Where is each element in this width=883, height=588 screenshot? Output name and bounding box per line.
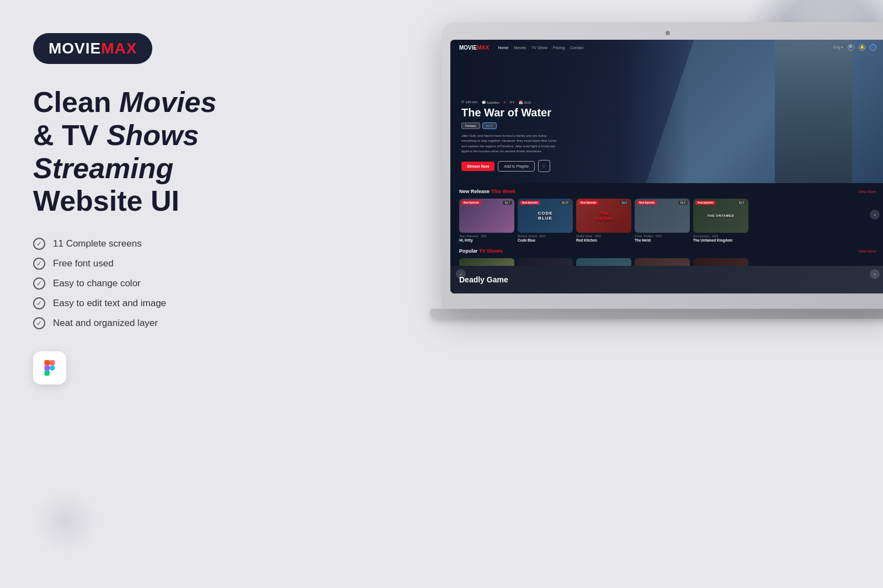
heart-button[interactable]: ♡ bbox=[538, 160, 550, 172]
nav-lang[interactable]: Eng ▾ bbox=[833, 45, 843, 50]
navbar: MOVIEMAX Home Movies TV Show Pricing Con… bbox=[450, 40, 883, 55]
feature-label: Free font used bbox=[53, 258, 114, 269]
feature-item: ✓ Easy to edit text and image bbox=[33, 297, 265, 309]
nav-link-contact[interactable]: Contact bbox=[570, 46, 583, 50]
hero-tags: Fantasy Sci-fi bbox=[461, 122, 561, 129]
card-genre: Teen, Romance · 2022 bbox=[459, 234, 514, 238]
left-panel: MOVIEMAX Clean Movies & TV Shows Streami… bbox=[33, 33, 265, 384]
nav-right: Eng ▾ 🔍 🔔 👤 bbox=[833, 44, 876, 51]
hero-tag-fantasy: Fantasy bbox=[461, 122, 480, 129]
deadly-game-title: Deadly Game bbox=[459, 275, 508, 284]
card-thumb: New Episode Ep 2 RedKitchen bbox=[576, 199, 631, 233]
popular-tv-view-more[interactable]: View More bbox=[858, 249, 876, 253]
check-icon: ✓ bbox=[33, 258, 45, 270]
new-episode-badge: New Episode bbox=[637, 201, 657, 205]
hero-section: MOVIEMAX Home Movies TV Show Pricing Con… bbox=[450, 40, 883, 183]
card-genre: Crime, Thrillers · 2023 bbox=[635, 234, 690, 238]
hero-year: 📅 2023 bbox=[519, 100, 531, 104]
carousel-next-button[interactable]: › bbox=[870, 210, 880, 220]
hero-buttons: Stream Now Add to Playlist ♡ bbox=[461, 160, 561, 172]
new-release-cards: New Episode Ep 7 Teen, Romance · 2022 Hi… bbox=[459, 199, 876, 244]
features-list: ✓ 11 Complete screens ✓ Free font used ✓… bbox=[33, 238, 265, 329]
check-icon: ✓ bbox=[33, 238, 45, 250]
carousel-prev-button[interactable]: ‹ bbox=[456, 269, 466, 279]
card-thumb: New Episode Ep 3 THE UNTAMED bbox=[693, 199, 748, 233]
svg-rect-2 bbox=[45, 365, 50, 370]
movie-card-code-blue[interactable]: New Episode Ep 10 CODEBLUE Medical, Dram… bbox=[518, 199, 573, 244]
popular-tv-highlight: TV Shows bbox=[479, 248, 503, 254]
svg-rect-1 bbox=[50, 360, 55, 365]
logo-max: MAX bbox=[101, 40, 137, 57]
hero-rating: 9.2 bbox=[510, 100, 514, 104]
movie-card-untamed-kingdom[interactable]: New Episode Ep 3 THE UNTAMED Documentary… bbox=[693, 199, 748, 244]
new-release-label: New Release bbox=[459, 189, 491, 194]
nav-link-tvshow[interactable]: TV Show bbox=[531, 46, 547, 50]
card-thumb: New Episode Ep 10 CODEBLUE bbox=[518, 199, 573, 233]
movie-card-red-kitchen[interactable]: New Episode Ep 2 RedKitchen Reality Show… bbox=[576, 199, 631, 244]
episode-number: Ep 2 bbox=[620, 201, 629, 205]
hero-duration: ⏱ 120 min bbox=[461, 100, 477, 104]
user-icon[interactable]: 👤 bbox=[870, 44, 876, 51]
card-text: RedKitchen bbox=[594, 210, 613, 221]
card-genre: Medical, Drama · 2023 bbox=[518, 234, 573, 238]
notification-icon[interactable]: 🔔 bbox=[859, 44, 865, 51]
new-release-header: New Release This Week View More bbox=[459, 189, 876, 194]
card-title: Code Blue bbox=[518, 238, 573, 242]
card-text: THE UNTAMED bbox=[708, 214, 735, 217]
hero-subtitles: 💬 Subtitles bbox=[482, 100, 499, 104]
hero-content: ⏱ 120 min 💬 Subtitles 9.2 📅 2023 The War… bbox=[461, 100, 561, 172]
svg-rect-3 bbox=[45, 371, 50, 376]
new-episode-badge: New Episode bbox=[695, 201, 715, 205]
check-icon: ✓ bbox=[33, 297, 45, 309]
feature-item: ✓ Free font used bbox=[33, 258, 265, 270]
popular-tv-label: Popular bbox=[459, 248, 479, 254]
feature-label: Neat and organized layer bbox=[53, 318, 158, 329]
popular-tv-title: Popular TV Shows bbox=[459, 248, 503, 254]
svg-point-4 bbox=[50, 365, 55, 370]
search-icon[interactable]: 🔍 bbox=[848, 44, 854, 51]
logo-badge: MOVIEMAX bbox=[33, 33, 152, 64]
hero-meta: ⏱ 120 min 💬 Subtitles 9.2 📅 2023 bbox=[461, 100, 561, 104]
figma-icon bbox=[40, 358, 60, 378]
episode-number: Ep 7 bbox=[503, 201, 512, 205]
soldier-figure bbox=[775, 40, 852, 183]
feature-label: 11 Complete screens bbox=[53, 238, 142, 249]
hero-title: The War of Water bbox=[461, 106, 561, 119]
movie-card-hi-kitty[interactable]: New Episode Ep 7 Teen, Romance · 2022 Hi… bbox=[459, 199, 514, 244]
tv-carousel-next-button[interactable]: › bbox=[870, 269, 880, 279]
laptop-screen: MOVIEMAX Home Movies TV Show Pricing Con… bbox=[450, 40, 883, 293]
nav-link-movies[interactable]: Movies bbox=[514, 46, 526, 50]
nav-links: Home Movies TV Show Pricing Contact bbox=[498, 46, 833, 50]
deadly-game-section: Deadly Game bbox=[450, 266, 883, 293]
card-thumb: New Episode Ep 6 bbox=[635, 199, 690, 233]
meta-dot bbox=[504, 101, 506, 103]
new-release-view-more[interactable]: View More bbox=[858, 190, 876, 194]
hero-tag-scifi: Sci-fi bbox=[482, 122, 497, 129]
laptop-body: MOVIEMAX Home Movies TV Show Pricing Con… bbox=[442, 22, 883, 309]
add-to-playlist-button[interactable]: Add to Playlist bbox=[498, 161, 534, 172]
popular-tv-header: Popular TV Shows View More bbox=[459, 248, 876, 254]
episode-number: Ep 3 bbox=[737, 201, 746, 205]
laptop-camera bbox=[666, 31, 670, 35]
new-episode-badge: New Episode bbox=[461, 201, 481, 205]
laptop-base bbox=[430, 309, 883, 319]
episode-number: Ep 10 bbox=[560, 201, 571, 205]
hero-description: Jake Sully and Naomi have formed a famil… bbox=[461, 133, 561, 154]
stream-now-button[interactable]: Stream Now bbox=[461, 162, 494, 171]
card-title: The Untamed Kingdom bbox=[693, 238, 748, 242]
feature-item: ✓ 11 Complete screens bbox=[33, 238, 265, 250]
card-info: Crime, Thrillers · 2023 The Heist bbox=[635, 233, 690, 244]
check-icon: ✓ bbox=[33, 317, 45, 329]
bg-decoration-bottom bbox=[33, 489, 99, 555]
card-genre: Documentary · 2023 bbox=[693, 234, 748, 238]
new-episode-badge: New Episode bbox=[578, 201, 598, 205]
card-info: Medical, Drama · 2023 Code Blue bbox=[518, 233, 573, 244]
nav-link-pricing[interactable]: Pricing bbox=[553, 46, 565, 50]
nav-link-home[interactable]: Home bbox=[498, 46, 508, 50]
movie-card-the-heist[interactable]: New Episode Ep 6 Crime, Thrillers · 2023… bbox=[635, 199, 690, 244]
card-info: Teen, Romance · 2022 Hi, Kitty bbox=[459, 233, 514, 244]
screen-content: MOVIEMAX Home Movies TV Show Pricing Con… bbox=[450, 40, 883, 293]
laptop-mockup: MOVIEMAX Home Movies TV Show Pricing Con… bbox=[442, 22, 883, 331]
card-info: Reality Show · 2023 Red Kitchen bbox=[576, 233, 631, 244]
figma-badge bbox=[33, 351, 66, 384]
